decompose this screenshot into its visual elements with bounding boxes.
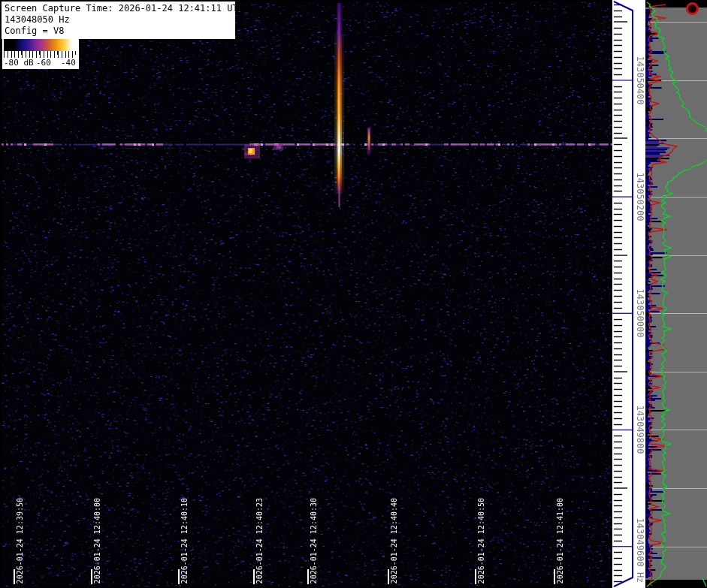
config-text: Config = V8 (5, 26, 232, 37)
spectrum-lab-window: Screen Capture Time: 2026-01-24 12:41:11… (0, 0, 707, 588)
color-gradient-bar (4, 39, 76, 51)
time-tick-mark (388, 569, 389, 584)
time-label: 2026-01-24 12:41:00 (556, 498, 564, 583)
frequency-label: 143050000 (635, 288, 645, 337)
color-scale-legend: -80 dB -60 -40 (2, 38, 79, 69)
frequency-label: 143050400 (635, 56, 645, 104)
spectrum-graph-display[interactable] (645, 0, 707, 588)
frequency-label: 143050200 (635, 172, 645, 221)
time-label: 2026-01-24 12:39:50 (16, 498, 24, 583)
time-tick-mark (554, 569, 555, 584)
time-label: 2026-01-24 12:40:00 (93, 498, 101, 583)
db-label-mid: -60 (36, 58, 51, 68)
record-indicator-icon (686, 2, 699, 15)
center-frequency-text: 143048050 Hz (5, 14, 232, 26)
time-tick-mark (91, 569, 92, 584)
color-scale-ticks (4, 51, 76, 58)
time-label: 2026-01-24 12:40:30 (310, 498, 318, 583)
color-scale-labels: -80 dB -60 -40 (4, 58, 76, 68)
time-label: 2026-01-24 12:40:40 (390, 498, 398, 583)
time-label: 2026-01-24 12:40:10 (180, 498, 189, 583)
capture-info-box: Screen Capture Time: 2026-01-24 12:41:11… (2, 2, 235, 39)
time-tick-mark (14, 569, 15, 584)
db-label-min: -80 dB (4, 58, 34, 68)
time-label: 2026-01-24 12:40:50 (477, 498, 485, 583)
frequency-label: 143049800 (635, 405, 645, 454)
db-label-max: -40 (61, 58, 76, 68)
time-tick-mark (253, 569, 255, 584)
time-tick-mark (178, 569, 180, 584)
time-label: 2026-01-24 12:40:23 (255, 498, 264, 583)
time-tick-mark (475, 569, 476, 584)
frequency-label: 143049600 Hz (635, 518, 645, 583)
time-tick-mark (307, 569, 309, 584)
capture-time-text: Screen Capture Time: 2026-01-24 12:41:11… (5, 3, 232, 14)
